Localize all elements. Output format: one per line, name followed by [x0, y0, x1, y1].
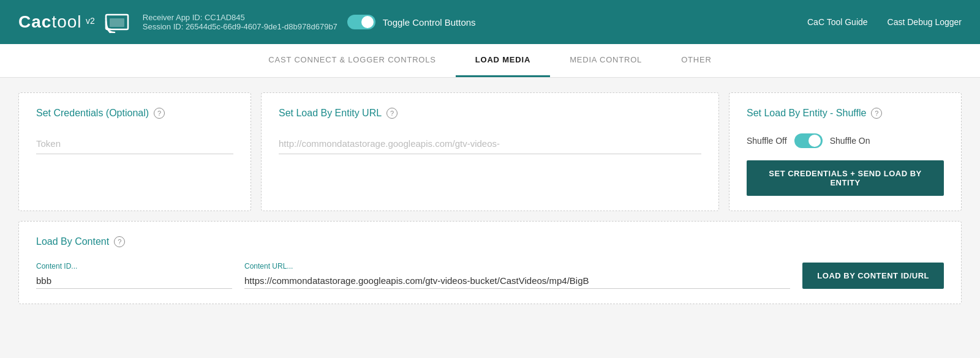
content-id-input[interactable]	[36, 273, 232, 289]
credentials-help-icon[interactable]: ?	[154, 108, 165, 119]
toggle-control-buttons-area: Toggle Control Buttons	[347, 15, 476, 29]
tab-other[interactable]: OTHER	[662, 44, 731, 77]
content-url-group: Content URL...	[244, 262, 790, 289]
load-by-content-card: Load By Content ? Content ID... Content …	[18, 221, 962, 304]
content-id-label: Content ID...	[36, 262, 232, 270]
entity-url-card: Set Load By Entity URL ?	[261, 92, 719, 211]
entity-url-help-icon[interactable]: ?	[386, 108, 398, 119]
load-by-content-title: Load By Content ?	[36, 236, 944, 247]
shuffle-help-icon[interactable]: ?	[871, 108, 882, 119]
shuffle-off-label: Shuffle Off	[747, 136, 787, 146]
content-url-input[interactable]	[244, 273, 790, 289]
shuffle-card-title: Set Load By Entity - Shuffle ?	[747, 108, 944, 119]
cast-debug-logger-link[interactable]: Cast Debug Logger	[888, 17, 962, 27]
load-by-content-button[interactable]: LOAD BY CONTENT ID/URL	[802, 263, 944, 289]
toggle-control-label: Toggle Control Buttons	[383, 17, 476, 28]
set-credentials-send-load-by-entity-button[interactable]: SET CREDENTIALS + SEND LOAD BY ENTITY	[747, 160, 944, 196]
logo: Cactool v2	[18, 12, 95, 32]
credentials-card: Set Credentials (Optional) ?	[18, 92, 251, 211]
shuffle-toggle[interactable]	[794, 133, 823, 148]
entity-url-card-title: Set Load By Entity URL ?	[279, 108, 701, 119]
token-input[interactable]	[36, 133, 233, 154]
shuffle-toggle-row: Shuffle Off Shuffle On	[747, 133, 944, 148]
app-header: Cactool v2 Receiver App ID: CC1AD845 Ses…	[0, 0, 980, 44]
tabs-bar: CAST CONNECT & LOGGER CONTROLS LOAD MEDI…	[0, 44, 980, 78]
entity-url-input[interactable]	[279, 133, 701, 154]
cast-icon	[105, 11, 133, 33]
header-left: Cactool v2 Receiver App ID: CC1AD845 Ses…	[18, 11, 476, 33]
tab-media-control[interactable]: MEDIA CONTROL	[550, 44, 662, 77]
header-nav: CaC Tool Guide Cast Debug Logger	[807, 17, 962, 27]
content-url-label: Content URL...	[244, 262, 790, 270]
session-id: Session ID: 26544d5c-66d9-4607-9de1-d8b9…	[143, 22, 337, 31]
content-fields-row: Content ID... Content URL... LOAD BY CON…	[36, 262, 944, 289]
svg-rect-1	[110, 18, 124, 27]
shuffle-card: Set Load By Entity - Shuffle ? Shuffle O…	[729, 92, 962, 211]
header-info: Receiver App ID: CC1AD845 Session ID: 26…	[143, 13, 337, 31]
cac-tool-guide-link[interactable]: CaC Tool Guide	[807, 17, 868, 27]
logo-version: v2	[86, 16, 95, 26]
top-cards-row: Set Credentials (Optional) ? Set Load By…	[18, 92, 962, 211]
receiver-app-id: Receiver App ID: CC1AD845	[143, 13, 337, 22]
content-id-group: Content ID...	[36, 262, 232, 289]
shuffle-on-label: Shuffle On	[830, 136, 870, 146]
tab-cast-connect[interactable]: CAST CONNECT & LOGGER CONTROLS	[249, 44, 455, 77]
toggle-control-buttons-switch[interactable]	[347, 15, 375, 29]
page-content: Set Credentials (Optional) ? Set Load By…	[0, 78, 980, 319]
credentials-card-title: Set Credentials (Optional) ?	[36, 108, 233, 119]
load-by-content-help-icon[interactable]: ?	[114, 236, 125, 247]
tab-load-media[interactable]: LOAD MEDIA	[456, 44, 550, 77]
